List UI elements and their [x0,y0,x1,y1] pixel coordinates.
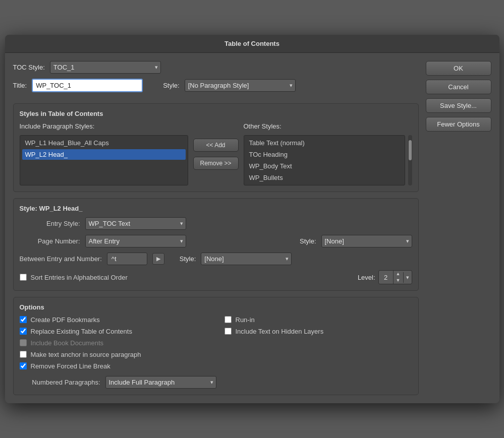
level-value: 2 [379,272,393,283]
ok-button[interactable]: OK [426,61,491,76]
create-pdf-label: Create PDF Bookmarks [31,316,100,324]
replace-existing-label: Replace Existing Table of Contents [31,328,132,335]
title-style-select-wrapper: [No Paragraph Style] [185,79,296,92]
right-buttons: OK Cancel Save Style... Fewer Options [426,61,491,395]
list-item[interactable]: Table Text (normal) [246,138,403,148]
table-of-contents-dialog: Table of Contents TOC Style: TOC_1 Title… [5,35,499,403]
numbered-select-wrapper: Include Full Paragraph Include Numbers O… [105,376,216,389]
page-number-field: Page Number: After Entry [20,235,285,247]
style-none2-row: Style: [None] [180,253,292,265]
style-label-1: Style: [300,237,316,245]
replace-existing-row: Replace Existing Table of Contents [20,328,216,335]
title-style-label: Style: [163,82,180,89]
include-hidden-label: Include Text on Hidden Layers [236,328,324,335]
between-input[interactable] [107,253,147,265]
entry-style-label: Entry Style: [20,220,80,227]
title-field-group: Title: [13,79,143,92]
list-item[interactable]: TOc Heading [246,149,403,160]
title-style-row: Title: Style: [No Paragraph Style] [13,79,419,92]
styles-row: Include Paragraph Styles: WP_L1 Head_Blu… [20,122,412,185]
title-input[interactable] [32,79,143,92]
fewer-options-button[interactable]: Fewer Options [426,117,491,132]
run-in-row: Run-in [225,316,412,324]
list-item[interactable]: WP_Body Text [246,161,403,171]
scrollbar-track [408,135,412,185]
remove-forced-checkbox[interactable] [20,362,27,369]
level-up-btn[interactable]: ▲ [393,271,403,277]
cancel-button[interactable]: Cancel [426,80,491,94]
page-number-label: Page Number: [20,237,80,245]
save-style-button[interactable]: Save Style... [426,98,491,113]
style-detail-fields: Entry Style: WP_TOC Text Page Number: [20,217,412,284]
style-none1-row: Style: [None] [300,235,412,247]
list-item[interactable]: WP_Bullets [246,172,403,183]
toc-style-select-wrapper: TOC_1 [50,61,161,74]
include-hidden-checkbox[interactable] [225,328,232,335]
options-section: Options Create PDF Bookmarks Replace Exi… [13,297,419,395]
include-book-row: Include Book Documents [20,339,216,347]
between-label: Between Entry and Number: [20,255,102,263]
list-item[interactable]: WP_L1 Head_Blue_All Caps [22,138,186,148]
style-detail-section: Style: WP_L2 Head_ Entry Style: WP_TOC T… [13,198,419,291]
options-cols: Create PDF Bookmarks Replace Existing Ta… [20,316,412,389]
toc-style-row: TOC Style: TOC_1 [13,61,419,74]
remove-forced-label: Remove Forced Line Break [31,362,110,370]
between-row: Between Entry and Number: ▶ Style: [None… [20,253,412,265]
run-in-checkbox[interactable] [225,316,232,323]
add-button[interactable]: << Add [193,139,239,152]
title-style-select[interactable]: [No Paragraph Style] [185,79,296,92]
title-label: Title: [13,82,27,89]
other-styles-col: Other Styles: Table Text (normal) TOc He… [244,122,412,185]
sort-checkbox-row: Sort Entries in Alphabetical Order [20,274,128,281]
level-spin-buttons: ▲ ▼ [393,271,403,284]
scrollbar-thumb[interactable] [409,140,412,160]
include-style-list: WP_L1 Head_Blue_All Caps WP_L2 Head_ [20,135,188,185]
style-none1-select[interactable]: [None] [321,235,412,247]
list-item[interactable]: WP_L2 Head_ [22,149,186,160]
replace-existing-checkbox[interactable] [20,328,27,335]
make-anchor-row: Make text anchor in source paragraph [20,351,216,358]
include-hidden-row: Include Text on Hidden Layers [225,328,412,335]
dialog-title: Table of Contents [5,35,499,53]
entry-style-select[interactable]: WP_TOC Text [85,217,186,230]
style-none2-select[interactable]: [None] [201,253,292,265]
remove-button[interactable]: Remove >> [193,157,239,170]
level-spinbox: 2 ▲ ▼ ▾ [378,270,412,284]
options-title: Options [20,303,412,311]
styles-section: Styles in Table of Contents Include Para… [13,103,419,192]
style-detail-label: Style: WP_L2 Head_ [20,205,412,212]
page-number-row: Page Number: After Entry Style: [20,235,412,247]
include-label: Include Paragraph Styles: [20,122,188,130]
style-none2-wrapper: [None] [201,253,292,265]
toc-style-select[interactable]: TOC_1 [50,61,161,74]
include-book-label: Include Book Documents [31,339,104,347]
style-label-2: Style: [180,255,196,263]
remove-forced-row: Remove Forced Line Break [20,362,216,370]
run-in-label: Run-in [236,316,255,324]
make-anchor-label: Make text anchor in source paragraph [31,351,141,358]
create-pdf-row: Create PDF Bookmarks [20,316,216,324]
between-field: Between Entry and Number: ▶ [20,253,164,265]
options-right-col: Run-in Include Text on Hidden Layers [225,316,412,389]
add-remove-col: << Add Remove >> [193,122,239,185]
page-number-select-wrapper: After Entry [85,235,186,247]
left-panel: TOC Style: TOC_1 Title: Style: [13,61,419,395]
numbered-select[interactable]: Include Full Paragraph Include Numbers O… [105,376,216,389]
numbered-row: Numbered Paragraphs: Include Full Paragr… [20,376,216,389]
make-anchor-checkbox[interactable] [20,351,27,358]
other-style-list: Table Text (normal) TOc Heading WP_Body … [244,135,405,185]
level-dropdown-btn[interactable]: ▾ [403,272,412,283]
style-none1-wrapper: [None] [321,235,412,247]
level-wrapper: Level: 2 ▲ ▼ ▾ [358,270,412,284]
include-styles-col: Include Paragraph Styles: WP_L1 Head_Blu… [20,122,188,185]
numbered-label: Numbered Paragraphs: [20,379,100,386]
other-label: Other Styles: [244,122,412,130]
page-number-select[interactable]: After Entry [85,235,186,247]
sort-checkbox[interactable] [20,274,27,281]
toc-style-label: TOC Style: [13,64,45,71]
sort-level-row: Sort Entries in Alphabetical Order Level… [20,270,412,284]
create-pdf-checkbox[interactable] [20,316,27,323]
include-book-checkbox[interactable] [20,339,27,346]
level-down-btn[interactable]: ▼ [393,277,403,284]
between-arrow-btn[interactable]: ▶ [152,253,164,265]
